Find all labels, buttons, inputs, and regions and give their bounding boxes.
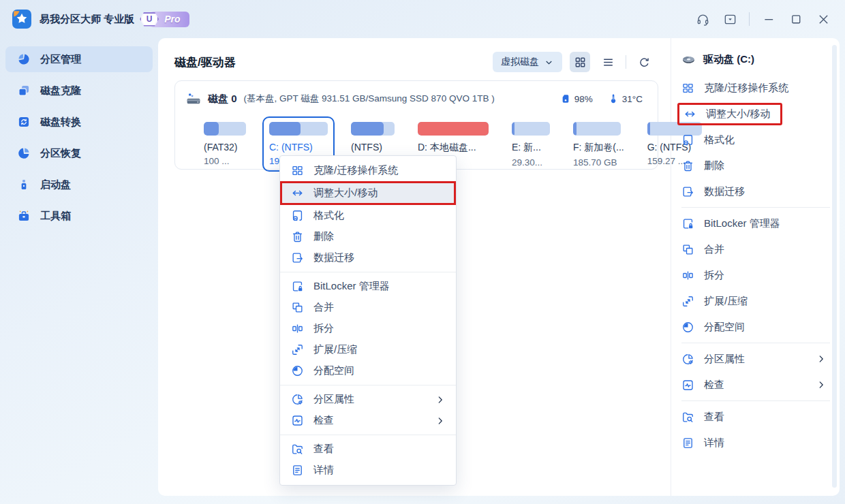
disk-usage-value: 98% <box>574 94 593 104</box>
menu-item-label: 分区属性 <box>313 393 354 406</box>
headset-icon <box>696 12 710 27</box>
partition-properties-icon <box>291 393 304 406</box>
partition-properties-icon <box>681 353 694 366</box>
context-menu-item-allocate-space[interactable]: 分配空间 <box>280 360 456 381</box>
chevron-right-icon <box>816 354 826 364</box>
right-panel-item-details[interactable]: 详情 <box>681 430 830 456</box>
list-view-icon <box>602 56 615 69</box>
menu-item-label: 查看 <box>704 411 724 424</box>
context-menu-item-split[interactable]: 拆分 <box>280 318 456 339</box>
sidebar-item-disk-clone[interactable]: 磁盘克隆 <box>5 78 153 104</box>
right-panel-item-allocate-space[interactable]: 分配空间 <box>681 314 830 340</box>
sidebar-item-bootable-disk[interactable]: 启动盘 <box>5 172 153 198</box>
clone-os-icon <box>291 164 304 177</box>
context-menu-item-clone-migrate-os[interactable]: 克隆/迁移操作系统 <box>280 160 456 181</box>
main-header: 磁盘/驱动器 虚拟磁盘 <box>158 38 671 72</box>
menu-item-label: 拆分 <box>704 269 724 282</box>
format-icon <box>291 209 304 222</box>
context-menu-item-delete[interactable]: 删除 <box>280 226 456 247</box>
sidebar-item-label: 磁盘转换 <box>40 116 81 129</box>
grid-view-button[interactable] <box>570 52 590 72</box>
disk-stats: 98% 31°C <box>560 93 643 104</box>
context-menu-item-check[interactable]: 检查 <box>280 410 456 431</box>
right-panel-item-data-migrate[interactable]: 数据迁移 <box>681 178 830 204</box>
menu-item-label: 调整大小/移动 <box>313 187 378 200</box>
right-panel-item-resize-move[interactable]: 调整大小/移动 <box>677 103 782 125</box>
context-menu-item-view[interactable]: 查看 <box>280 439 456 460</box>
sidebar-item-label: 分区管理 <box>40 53 81 66</box>
menu-item-label: 分配空间 <box>704 321 745 334</box>
context-menu-item-details[interactable]: 详情 <box>280 460 456 481</box>
menu-item-label: 调整大小/移动 <box>706 108 770 121</box>
list-view-button[interactable] <box>598 52 618 72</box>
sidebar-item-label: 启动盘 <box>40 178 71 191</box>
context-menu-item-bitlocker-manager[interactable]: BitLocker 管理器 <box>280 276 456 297</box>
app-title: 易我分区大师 专业版 <box>40 13 134 26</box>
disk-filter-dropdown[interactable]: 虚拟磁盘 <box>493 52 562 72</box>
close-button[interactable] <box>815 11 831 27</box>
right-panel-item-split[interactable]: 拆分 <box>681 262 830 288</box>
disk-filter-label: 虚拟磁盘 <box>501 56 539 68</box>
minimize-button[interactable] <box>760 11 777 27</box>
sidebar-item-toolbox[interactable]: 工具箱 <box>5 203 153 229</box>
allocate-space-icon <box>291 364 304 377</box>
toolbar: 虚拟磁盘 <box>493 52 654 72</box>
partition-usage-bar <box>269 122 328 136</box>
sidebar-item-disk-convert[interactable]: 磁盘转换 <box>5 109 153 135</box>
right-panel-item-format[interactable]: 格式化 <box>681 127 830 153</box>
menu-item-label: 格式化 <box>313 209 344 222</box>
right-panel-header: 驱动盘 (C:) <box>681 49 830 69</box>
sidebar-item-partition-recovery[interactable]: 分区恢复 <box>5 140 153 166</box>
menu-separator <box>681 343 830 343</box>
right-panel-item-extend-shrink[interactable]: 扩展/压缩 <box>681 288 830 314</box>
context-menu-item-partition-properties[interactable]: 分区属性 <box>280 389 456 410</box>
view-icon <box>291 443 304 456</box>
page-title: 磁盘/驱动器 <box>174 54 236 70</box>
disk-temperature-value: 31°C <box>622 94 643 104</box>
partition-tile-e-new[interactable]: E: 新...29.30... <box>505 116 557 173</box>
right-panel-item-view[interactable]: 查看 <box>681 404 830 430</box>
partition-tile-f-new[interactable]: F: 新加卷(...185.70 GB <box>566 116 631 173</box>
usage-icon <box>560 93 571 104</box>
partition-tile-fat32[interactable]: (FAT32)100 ... <box>197 116 253 172</box>
app-logo-icon <box>12 10 31 29</box>
partition-size: 100 ... <box>204 156 246 166</box>
partition-usage-bar <box>418 122 489 136</box>
context-menu-item-data-migrate[interactable]: 数据迁移 <box>280 247 456 268</box>
partition-label: E: 新... <box>512 142 550 154</box>
refresh-button[interactable] <box>634 52 654 72</box>
partition-usage-bar <box>204 122 246 136</box>
context-menu-item-resize-move[interactable]: 调整大小/移动 <box>280 181 456 205</box>
right-panel-item-delete[interactable]: 删除 <box>681 153 830 178</box>
delete-icon <box>291 230 304 243</box>
partition-usage-fill <box>573 122 577 136</box>
maximize-icon <box>789 12 803 27</box>
partition-usage-fill <box>418 122 489 136</box>
right-panel: 驱动盘 (C:) 克隆/迁移操作系统调整大小/移动格式化删除数据迁移BitLoc… <box>671 38 840 496</box>
right-panel-item-merge[interactable]: 合并 <box>681 236 830 262</box>
partition-size: 185.70 GB <box>573 157 624 168</box>
right-panel-item-clone-migrate-os[interactable]: 克隆/迁移操作系统 <box>681 75 830 101</box>
panel-toggle-button[interactable] <box>722 11 738 27</box>
context-menu-item-merge[interactable]: 合并 <box>280 297 456 318</box>
partition-label: (FAT32) <box>204 142 246 153</box>
context-menu-item-format[interactable]: 格式化 <box>280 205 456 226</box>
sidebar-item-partition-management[interactable]: 分区管理 <box>5 46 153 72</box>
right-panel-item-partition-properties[interactable]: 分区属性 <box>681 346 830 372</box>
chevron-down-icon <box>544 57 554 67</box>
context-menu-item-extend-shrink[interactable]: 扩展/压缩 <box>280 339 456 360</box>
partition-label: D: 本地磁盘... <box>418 142 489 154</box>
title-bar: 易我分区大师 专业版 U Pro <box>0 0 845 38</box>
split-icon <box>681 269 694 282</box>
menu-separator <box>280 435 456 435</box>
partition-usage-bar <box>512 122 550 136</box>
support-button[interactable] <box>694 11 711 27</box>
partition-usage-bar <box>573 122 621 136</box>
maximize-button[interactable] <box>788 11 804 27</box>
menu-separator <box>280 272 456 272</box>
resize-move-icon <box>683 108 696 121</box>
right-panel-item-bitlocker-manager[interactable]: BitLocker 管理器 <box>681 210 830 236</box>
chevron-right-icon <box>816 380 826 390</box>
right-panel-item-check[interactable]: 检查 <box>681 372 830 398</box>
scrollbar[interactable] <box>832 45 837 488</box>
